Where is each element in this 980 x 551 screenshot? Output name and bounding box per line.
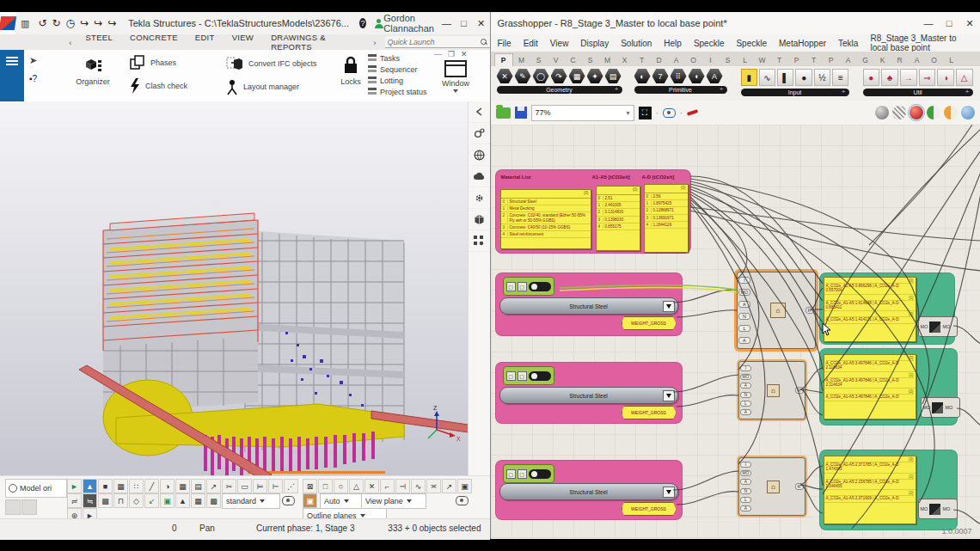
view-tool-button[interactable]: ✕	[364, 479, 379, 493]
gh-menu-item[interactable]: Display	[580, 39, 609, 48]
primitive-component-icon[interactable]: ◐	[634, 69, 651, 83]
gh-menu-item[interactable]: View	[550, 39, 569, 48]
selection-tool-button[interactable]: ►	[67, 479, 82, 493]
selection-tool-button[interactable]: ⋰	[284, 479, 298, 493]
auto-dropdown[interactable]: Auto	[320, 493, 364, 509]
component-output[interactable]: R	[805, 307, 814, 314]
tekla-menu-item[interactable]: VIEW	[224, 33, 262, 52]
quick-launch[interactable]	[385, 36, 490, 48]
gh-category-tab[interactable]: A	[668, 54, 685, 66]
gh-category-tab[interactable]: O	[926, 54, 943, 66]
view-tool-button[interactable]: ≍	[426, 479, 441, 493]
snap-profile-dropdown[interactable]: standard	[222, 493, 280, 509]
component-input[interactable]: MO	[738, 289, 751, 296]
visibility-eye-icon[interactable]	[282, 496, 295, 505]
value-list-dropdown[interactable]: Structural Steel	[499, 297, 678, 315]
menu-next-icon[interactable]: ›	[368, 38, 381, 47]
weight-gross-tag[interactable]: WEIGHT_GROSS	[622, 502, 677, 516]
gh-category-tab[interactable]: G	[857, 54, 874, 66]
dropdown-arrow-icon[interactable]	[663, 487, 675, 498]
toggle-button[interactable]: ▢	[518, 282, 527, 291]
help-icon[interactable]: ?	[359, 18, 366, 28]
result-panel[interactable]: {0}A_CO2e_A1-A5 3.497846 | A_CO2e_A-D 2.…	[824, 354, 916, 419]
value-list-dropdown[interactable]: Structural Steel	[499, 387, 678, 404]
util-component-icon[interactable]: ⇒	[919, 69, 936, 86]
selection-tool-button[interactable]: ↗	[206, 479, 221, 493]
maximize-button[interactable]: □	[939, 18, 959, 29]
util-component-icon[interactable]: →	[900, 69, 917, 86]
settings-gear-icon[interactable]	[469, 187, 490, 209]
selection-tool-button[interactable]: ◑	[160, 479, 175, 493]
toggle-button[interactable]: ▢	[506, 469, 516, 479]
geometry-group-label[interactable]: Geometry	[497, 86, 622, 94]
gh-category-tab[interactable]: P	[494, 53, 513, 66]
selection-tool-button[interactable]: ▦	[175, 479, 190, 493]
quick-launch-input[interactable]	[385, 38, 481, 46]
material-group[interactable]: Material List A1-A5 [tCO2e/t] A-D [tCO2e…	[496, 170, 690, 253]
inner-minimize-button[interactable]: —	[434, 50, 442, 58]
view-tool-button[interactable]: ⊠	[303, 479, 317, 493]
view-tool-button[interactable]: □	[318, 479, 333, 493]
view-tool-button[interactable]: ∿	[411, 479, 426, 493]
result-panel[interactable]: {0}A_CO2e_A1-A5 2.371785 | A_CO2e_A-D 1.…	[824, 456, 916, 524]
primitive-component-icon[interactable]: ⠿	[671, 69, 687, 83]
model-object-component[interactable]: MO MO	[918, 499, 958, 519]
input-component-icon[interactable]: ▌	[777, 69, 793, 86]
model-origin-toggle[interactable]: Model ori	[5, 479, 67, 498]
quick-access-icon[interactable]: ◷	[66, 17, 75, 29]
snap-tool-button[interactable]: ≓	[67, 493, 82, 508]
view-plane-dropdown[interactable]: View plane	[361, 493, 426, 509]
gh-category-tab[interactable]: C	[565, 54, 582, 66]
quick-access-icon[interactable]: ↪	[107, 17, 116, 29]
gh-category-tab[interactable]: P	[788, 54, 805, 66]
gh-category-tab[interactable]: W	[754, 54, 771, 66]
gh-category-tab[interactable]: S	[720, 54, 737, 66]
zoom-dropdown[interactable]: 77% ▾	[531, 105, 634, 121]
close-button[interactable]: ✕	[473, 18, 490, 29]
gh-category-tab[interactable]: D	[651, 54, 668, 66]
preview-off-icon[interactable]	[875, 106, 889, 119]
quick-access-icon[interactable]: ↪	[80, 17, 89, 29]
filter-component-1[interactable]: IMOANLA ⌂ R	[737, 272, 816, 349]
gh-category-tab[interactable]: P	[823, 54, 840, 66]
gh-menu-item[interactable]: Tekla	[838, 39, 858, 48]
input-group-label[interactable]: Input	[741, 89, 849, 96]
context-help-icon[interactable]: ▪?	[29, 74, 37, 83]
a1a5-panel[interactable]: {0} 02.5112.46100520.131483030.139803040…	[596, 186, 640, 251]
minimize-button[interactable]: —	[918, 18, 939, 29]
view-tool-button[interactable]: ⊣	[395, 479, 410, 493]
properties-icon[interactable]	[469, 123, 490, 144]
minimize-button[interactable]: —	[438, 18, 456, 29]
result-panel[interactable]: {0}A_CO2e_A1-A5 0.896298 | A_CO2e_A-D 0.…	[824, 277, 916, 342]
gh-category-tab[interactable]: A	[840, 54, 857, 66]
selection-tool-button[interactable]: ✂	[222, 479, 236, 493]
gh-category-tab[interactable]: T	[771, 54, 788, 66]
primitive-component-icon[interactable]: ◖	[689, 69, 705, 83]
view-tool-button[interactable]: ○	[334, 479, 348, 493]
preview-wireframe-icon[interactable]	[892, 106, 906, 119]
gh-category-tab[interactable]: L	[943, 54, 960, 66]
ribbon-layout-manager[interactable]: Layout manager	[225, 78, 299, 95]
ribbon-tool-item[interactable]: Tasks	[368, 53, 433, 63]
preview-blue-icon[interactable]	[961, 106, 975, 119]
work-plane-button[interactable]: ▣	[303, 493, 317, 508]
tekla-menu-item[interactable]: EDIT	[187, 33, 224, 52]
ribbon-locks[interactable]: Locks	[335, 55, 366, 86]
ad-panel[interactable]: {0} 02.5611.897542520.1286897130.1369197…	[644, 184, 689, 253]
gh-category-tab[interactable]: O	[685, 54, 702, 66]
gh-document-name[interactable]: R8_Stage 3_Master to local base point	[870, 34, 973, 52]
selection-tool-button[interactable]: ▤	[191, 479, 205, 493]
selection-tool-button[interactable]: ▲	[83, 479, 97, 493]
selection-tool-button[interactable]: ⊨	[253, 479, 267, 493]
ribbon-window[interactable]: Window	[437, 60, 475, 93]
value-list-dropdown[interactable]: Structural Steel	[499, 483, 678, 500]
save-icon[interactable]: ▥	[21, 18, 29, 29]
snap-tool-button[interactable]: ≒	[83, 493, 97, 508]
gh-category-tab[interactable]: R	[891, 54, 909, 66]
gh-category-tab[interactable]: X	[616, 54, 634, 66]
component-input[interactable]: L	[740, 497, 752, 503]
quick-access-icon[interactable]: ↪	[94, 17, 102, 29]
snap-tool-button[interactable]: ◇	[129, 493, 144, 508]
component-input[interactable]: A	[738, 301, 751, 308]
gh-category-tab[interactable]: T	[634, 54, 651, 66]
